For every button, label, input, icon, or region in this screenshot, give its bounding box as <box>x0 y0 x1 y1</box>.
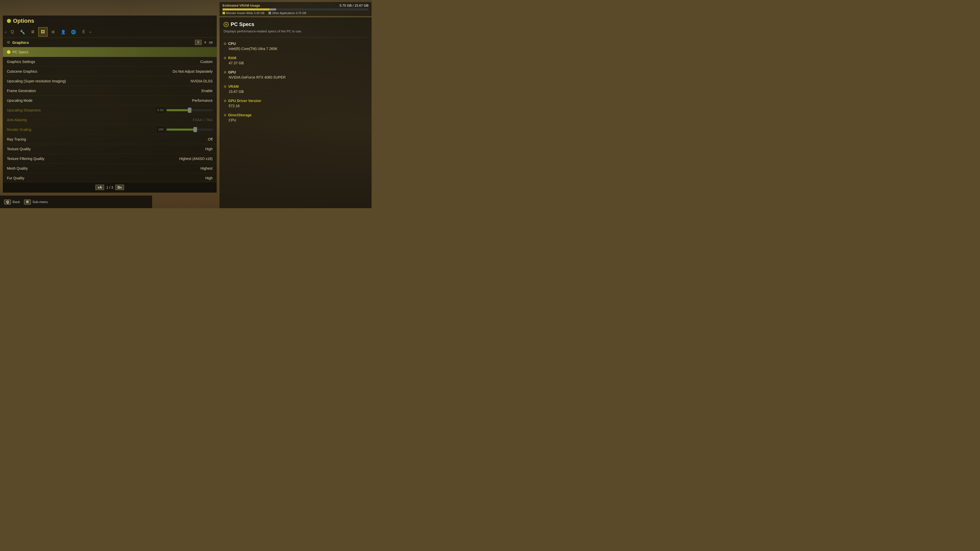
row-label-upscaling-mode: Upscaling Mode <box>7 98 192 103</box>
tab-gear[interactable]: ⚙ <box>48 27 58 37</box>
vram-title: Estimated VRAM Usage <box>223 3 260 7</box>
tab-globe[interactable]: 🌐 <box>69 27 78 37</box>
row-label-render-scaling: Render Scaling <box>7 127 157 132</box>
row-value-texture-filtering: Highest (ANISO x16) <box>179 157 213 161</box>
page-next-btn[interactable]: D» <box>115 185 124 190</box>
row-value-texture-quality: High <box>205 147 213 151</box>
spec-item-vram: ⚙ VRAM 15.67 GB <box>224 84 368 94</box>
spec-header: PC Specs <box>224 21 368 27</box>
options-icon <box>7 19 11 23</box>
settings-row-anti-aliasing[interactable]: Anti-Aliasing FXAA + TAA <box>3 115 217 125</box>
options-header: Options <box>3 16 217 26</box>
options-title: Options <box>13 17 34 24</box>
settings-row-render-scaling[interactable]: Render Scaling 100 <box>3 125 217 135</box>
settings-row-upscaling-mode[interactable]: Upscaling Mode Performance <box>3 96 217 105</box>
vram-progress-mhw <box>223 8 269 11</box>
row-value-anti-aliasing: FXAA + TAA <box>192 118 213 122</box>
section-right: X ▼ All <box>195 40 213 45</box>
tab-bracket-right: » <box>89 30 91 34</box>
filter-x-button[interactable]: X <box>195 40 202 45</box>
row-label-pc-specs: PC Specs <box>13 50 213 54</box>
section-left: ⚙ Graphics <box>7 40 29 44</box>
vram-bar: Estimated VRAM Usage 5.75 GB / 15.67 GB … <box>220 2 372 16</box>
tab-display[interactable]: 🖥 <box>28 27 37 37</box>
spec-item-cpu-header: ⚙ CPU <box>224 41 368 46</box>
row-label-texture-filtering: Texture Filtering Quality <box>7 157 179 161</box>
settings-row-texture-quality[interactable]: Texture Quality High <box>3 144 217 154</box>
svg-point-0 <box>226 24 227 25</box>
spec-item-ram: ⚙ RAM 47.37 GB <box>224 56 368 65</box>
legend-other: Other Applications 0.75 GB <box>269 11 306 14</box>
tab-wrench[interactable]: 🔧 <box>18 27 27 37</box>
spec-directstorage-value: CPU <box>224 118 368 122</box>
legend-mhw-value: 5.00 GB <box>254 11 264 14</box>
settings-row-fur-quality[interactable]: Fur Quality High <box>3 173 217 183</box>
settings-row-mesh-quality[interactable]: Mesh Quality Highest <box>3 164 217 173</box>
spec-item-vram-header: ⚙ VRAM <box>224 84 368 89</box>
row-value-graphics-settings: Custom <box>200 60 213 64</box>
settings-row-upscaling-sharpness[interactable]: Upscaling Sharpness 0.50 <box>3 105 217 115</box>
spec-driver-icon: ⚙ <box>224 99 227 103</box>
slider-value-sharpness: 0.50 <box>156 108 165 113</box>
settings-row-ray-tracing[interactable]: Ray Tracing Off <box>3 135 217 144</box>
tab-bar: « Q 🔧 🖥 🖼 ⚙ 👤 🌐 E » <box>3 26 217 38</box>
row-value-frame-gen: Enable <box>201 89 213 93</box>
page-prev-key[interactable]: «A <box>95 185 104 190</box>
row-label-anti-aliasing: Anti-Aliasing <box>7 118 192 122</box>
slider-track-sharpness[interactable] <box>167 109 213 111</box>
tab-graphics[interactable]: 🖼 <box>38 27 48 37</box>
spec-driver-label: GPU Driver Version <box>228 99 261 103</box>
settings-row-upscaling[interactable]: Upscaling (Super-resolution Imaging) NVI… <box>3 76 217 86</box>
row-value-upscaling: NVIDIA DLSS <box>191 79 213 83</box>
spec-driver-value: 572.16 <box>224 104 368 108</box>
tab-bracket-left: « <box>5 30 6 34</box>
section-header: ⚙ Graphics X ▼ All <box>3 38 217 47</box>
spec-header-icon <box>224 22 229 27</box>
spec-item-driver: ⚙ GPU Driver Version 572.16 <box>224 99 368 108</box>
page-next-key[interactable]: D» <box>115 185 124 190</box>
filter-icon: ▼ <box>204 41 207 44</box>
slider-fill-render <box>167 129 195 130</box>
bottom-bar: Q Back R Sub-menu <box>0 195 152 208</box>
back-key[interactable]: Q <box>4 200 11 205</box>
settings-row-texture-filtering[interactable]: Texture Filtering Quality Highest (ANISO… <box>3 154 217 164</box>
vram-progress-other <box>269 8 276 11</box>
row-label-upscaling: Upscaling (Super-resolution Imaging) <box>7 79 191 83</box>
settings-row-graphics-settings[interactable]: Graphics Settings Custom <box>3 57 217 67</box>
tab-person[interactable]: 👤 <box>59 27 68 37</box>
filter-label: All <box>209 41 213 44</box>
settings-list: PC Specs Graphics Settings Custom Cutsce… <box>3 47 217 183</box>
spec-directstorage-icon: ⚙ <box>224 113 227 117</box>
row-label-ray-tracing: Ray Tracing <box>7 137 208 141</box>
row-label-frame-gen: Frame Generation <box>7 89 201 93</box>
spec-gpu-value: NVIDIA GeForce RTX 4080 SUPER <box>224 75 368 79</box>
slider-container-sharpness: 0.50 <box>156 108 213 113</box>
tab-q[interactable]: Q <box>8 27 17 37</box>
spec-vram-value: 15.67 GB <box>224 89 368 94</box>
slider-container-render: 100 <box>157 127 213 132</box>
page-prev-btn[interactable]: «A <box>95 185 104 190</box>
spec-item-directstorage: ⚙ DirectStorage CPU <box>224 113 368 122</box>
legend-dot-mhw <box>223 12 225 14</box>
spec-gpu-icon: ⚙ <box>224 70 227 74</box>
gear-icon <box>224 23 228 26</box>
back-button[interactable]: Q Back <box>4 200 20 205</box>
spec-gpu-label: GPU <box>228 70 236 74</box>
submenu-button[interactable]: R Sub-menu <box>24 200 48 205</box>
spec-cpu-icon: ⚙ <box>224 42 227 46</box>
section-title: Graphics <box>12 40 29 44</box>
tab-e[interactable]: E <box>79 27 88 37</box>
slider-thumb-sharpness[interactable] <box>188 108 191 113</box>
settings-row-pc-specs[interactable]: PC Specs <box>3 47 217 57</box>
spec-ram-label: RAM <box>228 56 236 60</box>
slider-track-render[interactable] <box>167 129 213 130</box>
submenu-key[interactable]: R <box>24 200 31 205</box>
spec-item-driver-header: ⚙ GPU Driver Version <box>224 99 368 103</box>
slider-thumb-render[interactable] <box>193 127 197 132</box>
vram-value: 5.75 GB / 15.67 GB <box>340 3 369 7</box>
settings-row-frame-gen[interactable]: Frame Generation Enable <box>3 86 217 96</box>
settings-row-cutscene[interactable]: Cutscene Graphics Do Not Adjust Separate… <box>3 67 217 76</box>
spec-title: PC Specs <box>231 21 254 27</box>
page-info: 1 / 3 <box>106 186 113 189</box>
vram-progress-bg <box>223 8 369 11</box>
